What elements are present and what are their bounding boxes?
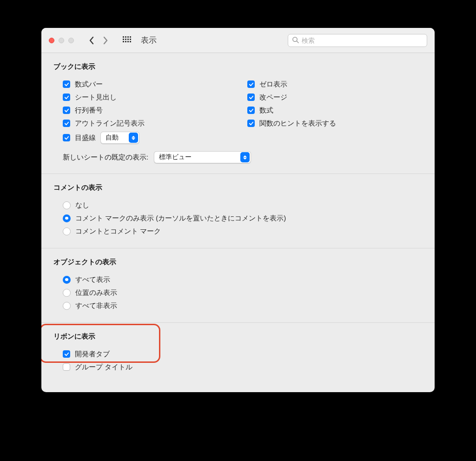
checkbox-developer-tab[interactable]: [63, 350, 70, 358]
label-function-hints: 関数のヒントを表示する: [259, 119, 336, 128]
zoom-window-button[interactable]: [68, 38, 74, 43]
checkbox-formula-bar[interactable]: [63, 80, 70, 88]
preferences-pane: ブックに表示 数式バー シート見出し 行列番号: [41, 53, 435, 392]
radio-objects-position[interactable]: [63, 289, 71, 297]
back-button[interactable]: [85, 34, 98, 47]
checkbox-formulas[interactable]: [247, 107, 255, 114]
gridlines-color-popup[interactable]: 自動: [100, 132, 139, 144]
preferences-window: 表示 ブックに表示 数式バー シート見出し: [41, 28, 435, 392]
label-formulas: 数式: [259, 106, 273, 115]
checkbox-function-hints[interactable]: [247, 120, 255, 127]
label-gridlines: 目盛線: [75, 134, 96, 142]
gridlines-color-value: 自動: [106, 134, 129, 142]
svg-rect-5: [125, 39, 126, 40]
label-group-titles: グループ タイトル: [75, 363, 132, 372]
section-comments: コメントの表示 なし コメント マークのみ表示 (カーソルを置いたときにコメント…: [41, 174, 435, 248]
section-book-display: ブックに表示 数式バー シート見出し 行列番号: [41, 53, 435, 174]
svg-rect-0: [123, 36, 124, 38]
window-title: 表示: [141, 35, 157, 46]
label-comments-none: なし: [75, 201, 89, 210]
window-controls: [49, 38, 74, 43]
label-developer-tab: 開発者タブ: [75, 350, 110, 359]
forward-button[interactable]: [99, 34, 112, 47]
svg-rect-6: [127, 39, 129, 40]
svg-rect-11: [130, 41, 131, 42]
checkbox-group-titles[interactable]: [63, 363, 70, 371]
radio-objects-hide[interactable]: [63, 302, 71, 310]
default-view-value: 標準ビュー: [159, 153, 240, 161]
svg-rect-10: [127, 41, 129, 42]
radio-comments-none[interactable]: [63, 201, 71, 209]
default-view-label: 新しいシートの既定の表示:: [63, 153, 148, 162]
svg-rect-2: [127, 36, 129, 38]
label-comments-marks-only: コメント マークのみ表示 (カーソルを置いたときにコメントを表示): [75, 214, 286, 223]
chevron-up-down-icon: [240, 152, 250, 162]
checkbox-sheet-tabs[interactable]: [63, 94, 70, 101]
checkbox-zero-display[interactable]: [247, 80, 255, 88]
checkbox-gridlines[interactable]: [63, 134, 70, 141]
search-input[interactable]: [302, 37, 423, 44]
minimize-window-button[interactable]: [59, 38, 64, 43]
svg-rect-8: [123, 41, 124, 42]
label-outline-symbols: アウトライン記号表示: [75, 119, 145, 128]
nav-arrows: [85, 34, 112, 47]
section-title-book: ブックに表示: [53, 62, 423, 71]
label-comments-both: コメントとコメント マーク: [75, 227, 161, 236]
search-field[interactable]: [288, 34, 427, 47]
search-icon: [292, 36, 299, 45]
section-title-comments: コメントの表示: [53, 183, 423, 192]
label-zero-display: ゼロ表示: [259, 80, 287, 89]
checkbox-outline-symbols[interactable]: [63, 120, 70, 127]
radio-objects-all[interactable]: [63, 276, 71, 284]
svg-rect-9: [125, 41, 126, 42]
radio-comments-marks-only[interactable]: [63, 214, 71, 222]
svg-line-13: [297, 41, 298, 43]
svg-rect-3: [130, 36, 131, 38]
label-sheet-tabs: シート見出し: [75, 93, 117, 102]
show-all-button[interactable]: [120, 34, 133, 47]
close-window-button[interactable]: [49, 38, 54, 43]
label-objects-all: すべて表示: [75, 275, 110, 284]
default-view-popup[interactable]: 標準ビュー: [154, 151, 251, 163]
chevron-up-down-icon: [129, 133, 138, 143]
section-title-objects: オブジェクトの表示: [53, 258, 423, 267]
label-objects-position: 位置のみ表示: [75, 288, 117, 297]
svg-rect-1: [125, 36, 126, 38]
checkbox-row-col-numbers[interactable]: [63, 107, 70, 114]
label-objects-hide: すべて非表示: [75, 301, 117, 310]
label-page-breaks: 改ページ: [259, 93, 287, 102]
section-objects: オブジェクトの表示 すべて表示 位置のみ表示 すべて非表示: [41, 248, 435, 323]
svg-rect-7: [130, 39, 131, 40]
section-title-ribbon: リボンに表示: [53, 332, 423, 341]
toolbar: 表示: [41, 28, 435, 53]
section-ribbon: リボンに表示 開発者タブ グループ タイトル: [41, 323, 435, 392]
checkbox-page-breaks[interactable]: [247, 94, 255, 101]
svg-rect-4: [123, 39, 124, 40]
label-row-col-numbers: 行列番号: [75, 106, 103, 115]
radio-comments-both[interactable]: [63, 227, 71, 235]
label-formula-bar: 数式バー: [75, 80, 103, 89]
